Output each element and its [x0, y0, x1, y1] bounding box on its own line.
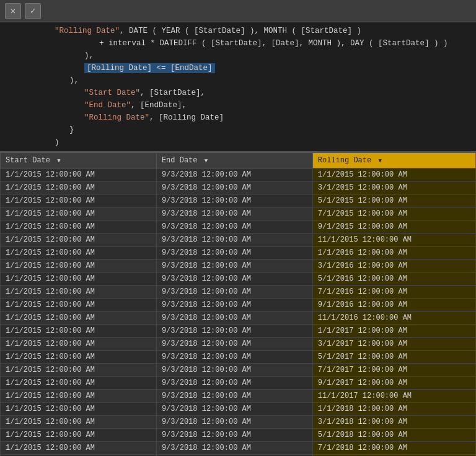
table-header-row: Start Date ▼ End Date ▼ Rolling Date ▼ [1, 153, 476, 169]
data-table-container[interactable]: Start Date ▼ End Date ▼ Rolling Date ▼ 1… [0, 152, 476, 456]
cell-end-date: 9/3/2018 12:00:00 AM [156, 208, 312, 221]
cell-rolling-date: 11/1/2016 12:00:00 AM [312, 312, 475, 325]
code-line-7: "End Date", [EndDate], [50, 99, 476, 112]
sort-arrow-start-date: ▼ [57, 158, 60, 164]
cell-end-date: 9/3/2018 12:00:00 AM [156, 377, 312, 390]
cell-rolling-date: 5/1/2018 12:00:00 AM [312, 429, 475, 442]
table-row: 1/1/2015 12:00:00 AM9/3/2018 12:00:00 AM… [1, 286, 476, 299]
table-row: 1/1/2015 12:00:00 AM9/3/2018 12:00:00 AM… [1, 403, 476, 416]
table-row: 1/1/2015 12:00:00 AM9/3/2018 12:00:00 AM… [1, 169, 476, 182]
cell-start-date: 1/1/2015 12:00:00 AM [1, 416, 157, 429]
cell-end-date: 9/3/2018 12:00:00 AM [156, 351, 312, 364]
cell-rolling-date: 3/1/2016 12:00:00 AM [312, 260, 475, 273]
cell-rolling-date: 9/1/2016 12:00:00 AM [312, 299, 475, 312]
cell-rolling-date: 7/1/2017 12:00:00 AM [312, 364, 475, 377]
cell-end-date: 9/3/2018 12:00:00 AM [156, 442, 312, 455]
cancel-icon: ✕ [11, 6, 15, 16]
cell-end-date: 9/3/2018 12:00:00 AM [156, 416, 312, 429]
data-table: Start Date ▼ End Date ▼ Rolling Date ▼ 1… [0, 152, 476, 456]
cell-end-date: 9/3/2018 12:00:00 AM [156, 195, 312, 208]
cell-rolling-date: 7/1/2016 12:00:00 AM [312, 286, 475, 299]
cell-start-date: 1/1/2015 12:00:00 AM [1, 338, 157, 351]
col-header-start-date[interactable]: Start Date ▼ [1, 153, 157, 169]
cell-end-date: 9/3/2018 12:00:00 AM [156, 312, 312, 325]
table-row: 1/1/2015 12:00:00 AM9/3/2018 12:00:00 AM… [1, 429, 476, 442]
table-row: 1/1/2015 12:00:00 AM9/3/2018 12:00:00 AM… [1, 273, 476, 286]
col-header-end-date[interactable]: End Date ▼ [156, 153, 312, 169]
cell-start-date: 1/1/2015 12:00:00 AM [1, 234, 157, 247]
sort-arrow-rolling-date: ▼ [378, 158, 381, 164]
cell-end-date: 9/3/2018 12:00:00 AM [156, 403, 312, 416]
table-row: 1/1/2015 12:00:00 AM9/3/2018 12:00:00 AM… [1, 442, 476, 455]
cell-end-date: 9/3/2018 12:00:00 AM [156, 221, 312, 234]
cell-start-date: 1/1/2015 12:00:00 AM [1, 377, 157, 390]
code-line-4: [Rolling Date] <= [EndDate] [50, 62, 476, 74]
cell-end-date: 9/3/2018 12:00:00 AM [156, 325, 312, 338]
table-row: 1/1/2015 12:00:00 AM9/3/2018 12:00:00 AM… [1, 195, 476, 208]
cell-rolling-date: 7/1/2015 12:00:00 AM [312, 208, 475, 221]
table-row: 1/1/2015 12:00:00 AM9/3/2018 12:00:00 AM… [1, 234, 476, 247]
table-row: 1/1/2015 12:00:00 AM9/3/2018 12:00:00 AM… [1, 221, 476, 234]
code-line-5: ), [50, 74, 476, 87]
cell-start-date: 1/1/2015 12:00:00 AM [1, 403, 157, 416]
cell-rolling-date: 11/1/2015 12:00:00 AM [312, 234, 475, 247]
cell-rolling-date: 3/1/2017 12:00:00 AM [312, 338, 475, 351]
sort-arrow-end-date: ▼ [205, 158, 208, 164]
cell-end-date: 9/3/2018 12:00:00 AM [156, 260, 312, 273]
cell-rolling-date: 5/1/2016 12:00:00 AM [312, 273, 475, 286]
cell-rolling-date: 7/1/2018 12:00:00 AM [312, 442, 475, 455]
cancel-button[interactable]: ✕ [5, 3, 21, 19]
confirm-button[interactable]: ✓ [25, 3, 41, 19]
cell-rolling-date: 9/1/2015 12:00:00 AM [312, 221, 475, 234]
code-line-10: ) [50, 136, 476, 149]
cell-rolling-date: 1/1/2018 12:00:00 AM [312, 403, 475, 416]
table-row: 1/1/2015 12:00:00 AM9/3/2018 12:00:00 AM… [1, 312, 476, 325]
cell-rolling-date: 3/1/2018 12:00:00 AM [312, 416, 475, 429]
cell-start-date: 1/1/2015 12:00:00 AM [1, 286, 157, 299]
table-row: 1/1/2015 12:00:00 AM9/3/2018 12:00:00 AM… [1, 351, 476, 364]
cell-end-date: 9/3/2018 12:00:00 AM [156, 169, 312, 182]
cell-start-date: 1/1/2015 12:00:00 AM [1, 169, 157, 182]
cell-start-date: 1/1/2015 12:00:00 AM [1, 195, 157, 208]
col-header-rolling-date[interactable]: Rolling Date ▼ [312, 153, 475, 169]
cell-end-date: 9/3/2018 12:00:00 AM [156, 234, 312, 247]
cell-start-date: 1/1/2015 12:00:00 AM [1, 221, 157, 234]
cell-start-date: 1/1/2015 12:00:00 AM [1, 390, 157, 403]
cell-end-date: 9/3/2018 12:00:00 AM [156, 390, 312, 403]
code-line-1: "Rolling Date", DATE ( YEAR ( [StartDate… [50, 25, 476, 37]
table-row: 1/1/2015 12:00:00 AM9/3/2018 12:00:00 AM… [1, 364, 476, 377]
cell-end-date: 9/3/2018 12:00:00 AM [156, 247, 312, 260]
cell-start-date: 1/1/2015 12:00:00 AM [1, 364, 157, 377]
code-editor[interactable]: "Rolling Date", DATE ( YEAR ( [StartDate… [0, 22, 476, 152]
cell-end-date: 9/3/2018 12:00:00 AM [156, 299, 312, 312]
toolbar: ✕ ✓ [0, 0, 476, 22]
cell-start-date: 1/1/2015 12:00:00 AM [1, 351, 157, 364]
cell-rolling-date: 5/1/2015 12:00:00 AM [312, 195, 475, 208]
cell-end-date: 9/3/2018 12:00:00 AM [156, 273, 312, 286]
table-row: 1/1/2015 12:00:00 AM9/3/2018 12:00:00 AM… [1, 260, 476, 273]
cell-start-date: 1/1/2015 12:00:00 AM [1, 312, 157, 325]
cell-start-date: 1/1/2015 12:00:00 AM [1, 325, 157, 338]
table-row: 1/1/2015 12:00:00 AM9/3/2018 12:00:00 AM… [1, 390, 476, 403]
cell-end-date: 9/3/2018 12:00:00 AM [156, 182, 312, 195]
cell-rolling-date: 3/1/2015 12:00:00 AM [312, 182, 475, 195]
col-label-rolling-date: Rolling Date [318, 156, 371, 165]
col-label-end-date: End Date [162, 156, 198, 165]
confirm-icon: ✓ [30, 6, 35, 16]
cell-rolling-date: 5/1/2017 12:00:00 AM [312, 351, 475, 364]
cell-rolling-date: 1/1/2016 12:00:00 AM [312, 247, 475, 260]
cell-end-date: 9/3/2018 12:00:00 AM [156, 338, 312, 351]
table-row: 1/1/2015 12:00:00 AM9/3/2018 12:00:00 AM… [1, 377, 476, 390]
code-line-2: + interval * DATEDIFF ( [StartDate], [Da… [50, 37, 476, 50]
table-row: 1/1/2015 12:00:00 AM9/3/2018 12:00:00 AM… [1, 325, 476, 338]
table-row: 1/1/2015 12:00:00 AM9/3/2018 12:00:00 AM… [1, 208, 476, 221]
cell-end-date: 9/3/2018 12:00:00 AM [156, 429, 312, 442]
cell-end-date: 9/3/2018 12:00:00 AM [156, 286, 312, 299]
col-label-start-date: Start Date [6, 156, 50, 165]
cell-start-date: 1/1/2015 12:00:00 AM [1, 260, 157, 273]
cell-start-date: 1/1/2015 12:00:00 AM [1, 442, 157, 455]
code-line-8: "Rolling Date", [Rolling Date] [50, 112, 476, 124]
table-row: 1/1/2015 12:00:00 AM9/3/2018 12:00:00 AM… [1, 299, 476, 312]
code-line-3: ), [50, 50, 476, 62]
table-row: 1/1/2015 12:00:00 AM9/3/2018 12:00:00 AM… [1, 182, 476, 195]
